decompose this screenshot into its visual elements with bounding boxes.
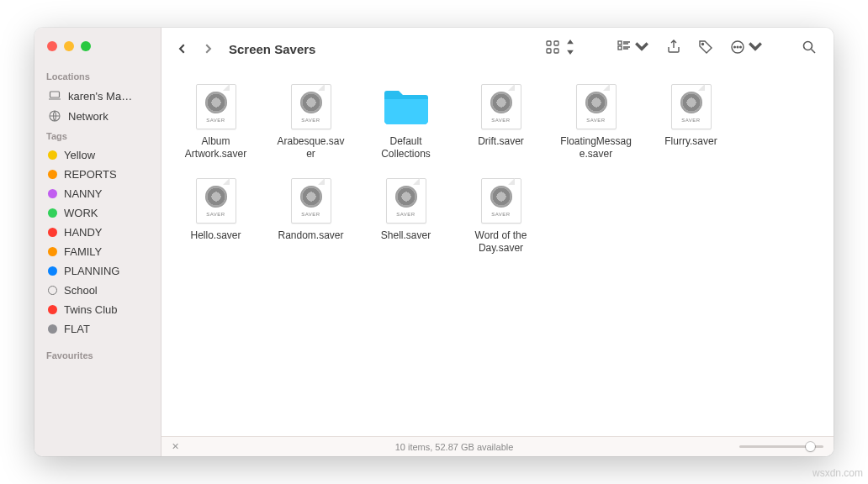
tag-dot-icon bbox=[48, 170, 57, 179]
tag-dot-icon bbox=[48, 228, 57, 237]
sidebar-tag[interactable]: Twins Club bbox=[46, 300, 154, 319]
tag-icon bbox=[698, 39, 713, 58]
grid-icon bbox=[545, 39, 560, 58]
icon-view[interactable]: SAVERAlbum Artwork.saverSAVERArabesque.s… bbox=[161, 70, 834, 436]
toolbar: Screen Savers bbox=[161, 28, 834, 70]
svg-rect-0 bbox=[50, 92, 60, 97]
file-item[interactable]: SAVERArabesque.saver bbox=[275, 82, 347, 160]
file-name: Album Artwork.saver bbox=[180, 135, 251, 160]
saver-file-icon: SAVER bbox=[191, 176, 241, 226]
watermark: wsxdn.com bbox=[812, 467, 863, 479]
file-item[interactable]: SAVERHello.saver bbox=[180, 176, 251, 255]
file-item[interactable]: SAVERShell.saver bbox=[370, 176, 442, 255]
saver-file-icon: SAVER bbox=[476, 176, 527, 226]
tag-dot-icon bbox=[48, 189, 57, 198]
path-bar-close-icon[interactable]: ✕ bbox=[172, 441, 179, 452]
group-button[interactable] bbox=[611, 36, 654, 61]
file-name: Word of the Day.saver bbox=[465, 229, 537, 255]
file-name: Random.saver bbox=[278, 229, 343, 242]
sidebar-item-label: School bbox=[64, 284, 98, 297]
tag-dot-icon bbox=[48, 324, 57, 334]
tag-dot-icon bbox=[48, 305, 57, 314]
svg-point-12 bbox=[740, 46, 742, 48]
file-item[interactable]: SAVERRandom.saver bbox=[275, 176, 347, 255]
sidebar-section-locations: Locations karen's Ma… Network bbox=[34, 71, 161, 126]
sidebar-tag[interactable]: REPORTS bbox=[46, 165, 154, 184]
file-name: Shell.saver bbox=[381, 229, 431, 242]
section-heading: Favourites bbox=[34, 350, 161, 360]
status-bar: ✕ 10 items, 52.87 GB available bbox=[161, 436, 834, 456]
sidebar-tag[interactable]: PLANNING bbox=[46, 261, 154, 281]
action-button[interactable] bbox=[725, 36, 768, 61]
sidebar-tag[interactable]: FLAT bbox=[46, 319, 154, 339]
icon-size-slider[interactable] bbox=[739, 445, 823, 448]
svg-point-11 bbox=[737, 46, 738, 48]
section-heading: Locations bbox=[46, 71, 154, 82]
sort-icon bbox=[563, 39, 578, 58]
file-item[interactable]: SAVERFloatingMessage.saver bbox=[560, 82, 632, 160]
group-icon bbox=[617, 39, 632, 58]
tag-dot-icon bbox=[48, 208, 57, 218]
saver-file-icon: SAVER bbox=[381, 176, 431, 226]
sidebar-item-label: Twins Club bbox=[64, 303, 118, 316]
tag-dot-icon bbox=[48, 247, 57, 256]
svg-rect-2 bbox=[547, 41, 551, 45]
file-name: FloatingMessage.saver bbox=[560, 135, 632, 160]
file-name: Flurry.saver bbox=[664, 135, 717, 148]
svg-rect-7 bbox=[618, 46, 622, 50]
sidebar-tag[interactable]: FAMILY bbox=[46, 242, 154, 261]
saver-file-icon: SAVER bbox=[286, 82, 336, 132]
back-button[interactable] bbox=[173, 39, 192, 58]
window-title: Screen Savers bbox=[229, 42, 315, 56]
section-heading: Tags bbox=[46, 131, 154, 141]
svg-rect-6 bbox=[618, 41, 622, 45]
sidebar-item-label: Network bbox=[68, 110, 108, 123]
file-name: Drift.saver bbox=[478, 135, 524, 148]
sidebar-tag[interactable]: Yellow bbox=[46, 145, 154, 165]
svg-point-10 bbox=[734, 46, 736, 48]
main-panel: Screen Savers bbox=[161, 28, 834, 456]
share-button[interactable] bbox=[661, 36, 686, 61]
sidebar-tag[interactable]: HANDY bbox=[46, 223, 154, 242]
saver-file-icon: SAVER bbox=[571, 82, 622, 132]
file-name: Hello.saver bbox=[190, 229, 241, 242]
forward-button[interactable] bbox=[198, 39, 217, 58]
svg-point-13 bbox=[804, 42, 812, 50]
view-mode-button[interactable] bbox=[540, 36, 583, 61]
sidebar-tag[interactable]: School bbox=[46, 281, 154, 300]
fullscreen-button[interactable] bbox=[81, 41, 91, 51]
tag-dot-icon bbox=[48, 266, 57, 276]
sidebar-item-network[interactable]: Network bbox=[46, 106, 154, 126]
tag-dot-icon bbox=[48, 286, 57, 295]
slider-knob[interactable] bbox=[806, 442, 815, 451]
sidebar-item-label: PLANNING bbox=[64, 265, 119, 277]
file-item[interactable]: SAVERDrift.saver bbox=[465, 82, 537, 160]
search-button[interactable] bbox=[797, 36, 822, 61]
chevron-down-icon bbox=[748, 39, 763, 58]
sidebar-item-label: REPORTS bbox=[64, 168, 117, 181]
sidebar-item-label: Yellow bbox=[64, 149, 95, 161]
tag-button[interactable] bbox=[693, 36, 718, 61]
svg-rect-5 bbox=[554, 49, 558, 53]
file-item[interactable]: Default Collections bbox=[370, 82, 442, 160]
sidebar-tag[interactable]: WORK bbox=[46, 203, 154, 223]
svg-rect-3 bbox=[554, 41, 558, 45]
file-item[interactable]: SAVERWord of the Day.saver bbox=[465, 176, 537, 255]
finder-window: Locations karen's Ma… Network Tags Yello… bbox=[34, 28, 834, 456]
saver-file-icon: SAVER bbox=[666, 82, 717, 132]
file-item[interactable]: SAVERAlbum Artwork.saver bbox=[180, 82, 251, 160]
file-name: Default Collections bbox=[370, 135, 442, 160]
more-icon bbox=[730, 39, 745, 58]
status-text: 10 items, 52.87 GB available bbox=[179, 442, 729, 452]
sidebar-section-tags: Tags YellowREPORTSNANNYWORKHANDYFAMILYPL… bbox=[34, 131, 161, 339]
saver-file-icon: SAVER bbox=[286, 176, 336, 226]
sidebar-tag[interactable]: NANNY bbox=[46, 184, 154, 203]
laptop-icon bbox=[48, 89, 61, 103]
minimize-button[interactable] bbox=[64, 41, 74, 51]
file-item[interactable]: SAVERFlurry.saver bbox=[655, 82, 727, 160]
sidebar-item-mac[interactable]: karen's Ma… bbox=[46, 86, 154, 106]
file-name: Arabesque.saver bbox=[275, 135, 347, 160]
tag-dot-icon bbox=[48, 150, 57, 160]
sidebar-item-label: HANDY bbox=[64, 226, 103, 239]
close-button[interactable] bbox=[47, 41, 57, 51]
